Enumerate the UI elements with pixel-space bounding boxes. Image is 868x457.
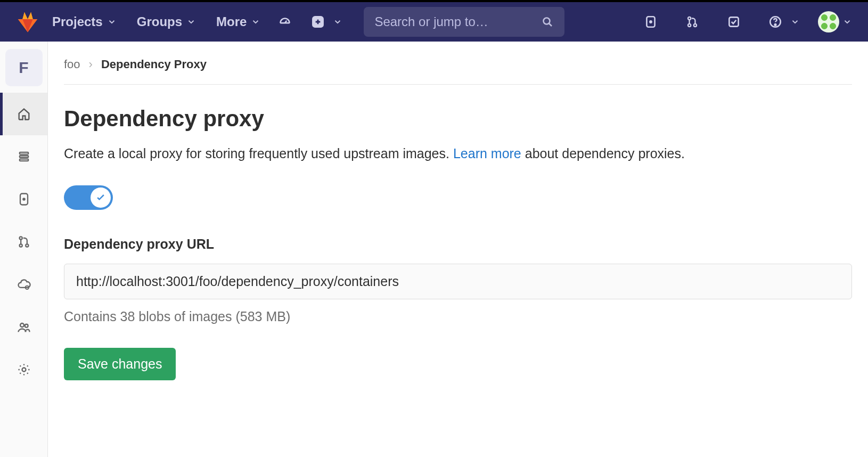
svg-point-6 xyxy=(694,24,697,27)
check-icon xyxy=(95,192,106,203)
nav-projects[interactable]: Projects xyxy=(45,11,124,32)
chevron-down-icon xyxy=(186,17,196,27)
sidebar-project-avatar[interactable]: F xyxy=(5,49,43,86)
svg-point-16 xyxy=(19,244,22,247)
chevron-down-icon[interactable] xyxy=(790,17,800,27)
stack-icon xyxy=(17,149,31,164)
todos-icon[interactable] xyxy=(722,10,746,34)
merge-requests-icon[interactable] xyxy=(681,10,704,34)
search-icon xyxy=(541,15,554,28)
issues-icon xyxy=(17,192,31,207)
home-icon xyxy=(17,107,31,121)
sidebar-item-epics[interactable] xyxy=(0,135,47,178)
svg-point-3 xyxy=(650,21,651,22)
svg-point-5 xyxy=(688,24,691,27)
sidebar-item-members[interactable] xyxy=(0,306,47,348)
user-avatar[interactable] xyxy=(818,11,839,32)
issues-icon[interactable] xyxy=(639,10,662,34)
breadcrumb-separator: › xyxy=(89,58,93,71)
toggle-knob xyxy=(91,187,111,208)
search-input[interactable] xyxy=(374,14,534,29)
page-title: Dependency proxy xyxy=(64,106,852,132)
url-field-label: Dependency proxy URL xyxy=(64,236,852,252)
sidebar-project-initial: F xyxy=(19,59,28,77)
svg-point-21 xyxy=(22,368,26,372)
svg-point-15 xyxy=(19,236,22,239)
gear-icon xyxy=(17,362,31,377)
svg-point-17 xyxy=(26,244,28,247)
blob-count-helper: Contains 38 blobs of images (583 MB) xyxy=(64,309,852,324)
svg-point-19 xyxy=(20,323,24,327)
dashboard-icon[interactable] xyxy=(273,10,297,34)
nav-groups[interactable]: Groups xyxy=(129,11,203,32)
breadcrumb-current: Dependency Proxy xyxy=(101,58,207,71)
chevron-down-icon[interactable] xyxy=(333,17,342,27)
sidebar-item-kubernetes[interactable] xyxy=(0,263,47,306)
page-desc-after: about dependency proxies. xyxy=(521,146,685,161)
enable-proxy-toggle[interactable] xyxy=(64,185,113,210)
sidebar: F xyxy=(0,42,48,457)
breadcrumb-parent[interactable]: foo xyxy=(64,58,80,71)
svg-point-20 xyxy=(24,324,28,328)
breadcrumb: foo › Dependency Proxy xyxy=(64,58,852,85)
svg-point-9 xyxy=(775,24,776,26)
page-desc-before: Create a local proxy for storing frequen… xyxy=(64,146,453,161)
merge-requests-icon xyxy=(17,234,31,249)
chevron-down-icon[interactable] xyxy=(842,17,852,27)
svg-rect-11 xyxy=(19,156,28,158)
members-icon xyxy=(17,320,31,334)
svg-rect-10 xyxy=(19,152,28,154)
nav-more[interactable]: More xyxy=(209,11,268,32)
chevron-down-icon xyxy=(107,17,117,27)
help-icon[interactable] xyxy=(764,10,787,34)
sidebar-item-issues[interactable] xyxy=(0,178,47,221)
nav-more-label: More xyxy=(216,14,247,29)
save-changes-button[interactable]: Save changes xyxy=(64,348,176,380)
proxy-url-input[interactable] xyxy=(64,264,852,299)
gitlab-logo-icon[interactable] xyxy=(16,10,39,34)
svg-rect-12 xyxy=(19,159,28,161)
sidebar-item-overview[interactable] xyxy=(0,93,47,135)
svg-point-14 xyxy=(23,198,24,200)
sidebar-item-merge-requests[interactable] xyxy=(0,221,47,263)
plus-icon[interactable] xyxy=(306,10,330,34)
sidebar-item-settings[interactable] xyxy=(0,348,47,391)
nav-groups-label: Groups xyxy=(137,14,182,29)
chevron-down-icon xyxy=(251,17,260,27)
svg-point-1 xyxy=(544,18,550,25)
page-description: Create a local proxy for storing frequen… xyxy=(64,143,756,164)
main-content: foo › Dependency Proxy Dependency proxy … xyxy=(48,42,868,457)
search-box[interactable] xyxy=(364,7,564,37)
nav-projects-label: Projects xyxy=(52,14,103,29)
cloud-gear-icon xyxy=(17,277,31,292)
svg-point-4 xyxy=(688,17,691,20)
learn-more-link[interactable]: Learn more xyxy=(453,146,521,161)
